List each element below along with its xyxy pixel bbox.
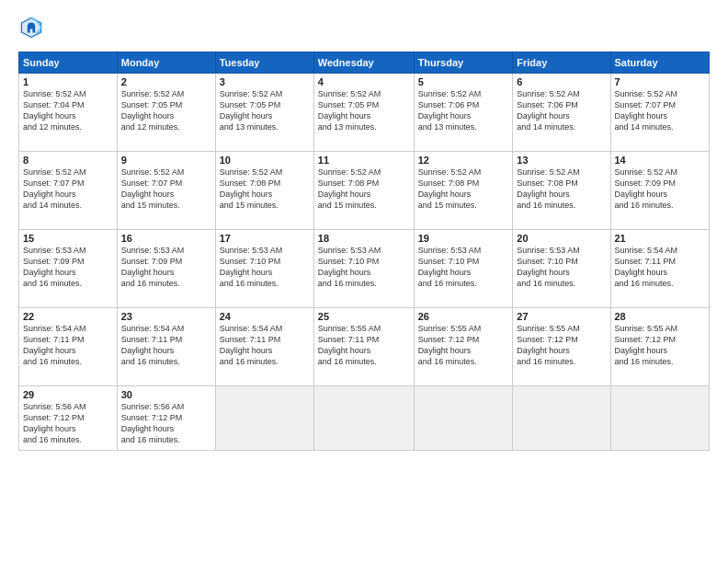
day-number: 26 <box>418 311 509 322</box>
day-number: 2 <box>121 76 211 87</box>
day-number: 6 <box>517 76 606 87</box>
calendar-cell: 5 Sunrise: 5:52 AM Sunset: 7:06 PM Dayli… <box>414 74 513 152</box>
day-number: 13 <box>517 155 606 166</box>
day-info: Sunrise: 5:52 AM Sunset: 7:07 PM Dayligh… <box>23 167 113 212</box>
day-number: 3 <box>220 76 310 87</box>
calendar-cell: 26 Sunrise: 5:55 AM Sunset: 7:12 PM Dayl… <box>414 308 513 386</box>
calendar-cell: 14 Sunrise: 5:52 AM Sunset: 7:09 PM Dayl… <box>610 152 710 230</box>
day-number: 21 <box>615 233 706 244</box>
day-info: Sunrise: 5:52 AM Sunset: 7:09 PM Dayligh… <box>615 167 706 212</box>
day-info: Sunrise: 5:52 AM Sunset: 7:04 PM Dayligh… <box>23 88 113 133</box>
day-number: 22 <box>23 311 113 322</box>
calendar-cell: 22 Sunrise: 5:54 AM Sunset: 7:11 PM Dayl… <box>19 308 118 386</box>
calendar-cell: 24 Sunrise: 5:54 AM Sunset: 7:11 PM Dayl… <box>215 308 313 386</box>
day-info: Sunrise: 5:52 AM Sunset: 7:07 PM Dayligh… <box>615 88 706 133</box>
calendar-cell: 23 Sunrise: 5:54 AM Sunset: 7:11 PM Dayl… <box>117 308 215 386</box>
calendar-cell: 25 Sunrise: 5:55 AM Sunset: 7:11 PM Dayl… <box>313 308 414 386</box>
weekday-header: Thursday <box>414 52 513 74</box>
day-number: 24 <box>220 311 310 322</box>
day-info: Sunrise: 5:52 AM Sunset: 7:07 PM Dayligh… <box>121 167 211 212</box>
day-number: 18 <box>318 233 410 244</box>
calendar-cell: 17 Sunrise: 5:53 AM Sunset: 7:10 PM Dayl… <box>215 230 313 308</box>
day-number: 27 <box>517 311 606 322</box>
day-info: Sunrise: 5:55 AM Sunset: 7:12 PM Dayligh… <box>418 323 509 368</box>
day-info: Sunrise: 5:55 AM Sunset: 7:11 PM Dayligh… <box>318 323 410 368</box>
logo <box>18 15 48 40</box>
weekday-header: Sunday <box>19 52 118 74</box>
day-number: 7 <box>615 76 706 87</box>
calendar-cell: 13 Sunrise: 5:52 AM Sunset: 7:08 PM Dayl… <box>513 152 610 230</box>
calendar-cell: 20 Sunrise: 5:53 AM Sunset: 7:10 PM Dayl… <box>513 230 610 308</box>
weekday-header: Tuesday <box>215 52 313 74</box>
calendar-cell: 1 Sunrise: 5:52 AM Sunset: 7:04 PM Dayli… <box>19 74 118 152</box>
day-number: 1 <box>23 76 113 87</box>
day-info: Sunrise: 5:53 AM Sunset: 7:09 PM Dayligh… <box>121 245 211 290</box>
day-info: Sunrise: 5:53 AM Sunset: 7:10 PM Dayligh… <box>220 245 310 290</box>
calendar-cell: 19 Sunrise: 5:53 AM Sunset: 7:10 PM Dayl… <box>414 230 513 308</box>
day-number: 15 <box>23 233 113 244</box>
calendar-cell: 18 Sunrise: 5:53 AM Sunset: 7:10 PM Dayl… <box>313 230 414 308</box>
weekday-header: Wednesday <box>313 52 414 74</box>
day-info: Sunrise: 5:53 AM Sunset: 7:10 PM Dayligh… <box>418 245 509 290</box>
day-number: 14 <box>615 155 706 166</box>
day-number: 19 <box>418 233 509 244</box>
day-info: Sunrise: 5:55 AM Sunset: 7:12 PM Dayligh… <box>517 323 606 368</box>
calendar-cell: 29 Sunrise: 5:56 AM Sunset: 7:12 PM Dayl… <box>19 386 118 451</box>
day-number: 4 <box>318 76 410 87</box>
day-number: 5 <box>418 76 509 87</box>
day-info: Sunrise: 5:54 AM Sunset: 7:11 PM Dayligh… <box>23 323 113 368</box>
day-number: 29 <box>23 389 113 400</box>
calendar-cell: 7 Sunrise: 5:52 AM Sunset: 7:07 PM Dayli… <box>610 74 710 152</box>
day-info: Sunrise: 5:53 AM Sunset: 7:10 PM Dayligh… <box>318 245 410 290</box>
calendar-cell <box>610 386 710 451</box>
calendar: SundayMondayTuesdayWednesdayThursdayFrid… <box>18 52 710 451</box>
calendar-cell: 12 Sunrise: 5:52 AM Sunset: 7:08 PM Dayl… <box>414 152 513 230</box>
day-number: 8 <box>23 155 113 166</box>
calendar-cell: 21 Sunrise: 5:54 AM Sunset: 7:11 PM Dayl… <box>610 230 710 308</box>
calendar-cell: 9 Sunrise: 5:52 AM Sunset: 7:07 PM Dayli… <box>117 152 215 230</box>
weekday-header: Saturday <box>610 52 710 74</box>
weekday-header: Friday <box>513 52 610 74</box>
day-info: Sunrise: 5:54 AM Sunset: 7:11 PM Dayligh… <box>615 245 706 290</box>
logo-icon <box>18 15 44 40</box>
day-info: Sunrise: 5:52 AM Sunset: 7:05 PM Dayligh… <box>220 88 310 133</box>
day-info: Sunrise: 5:52 AM Sunset: 7:08 PM Dayligh… <box>517 167 606 212</box>
day-info: Sunrise: 5:52 AM Sunset: 7:08 PM Dayligh… <box>418 167 509 212</box>
calendar-cell: 10 Sunrise: 5:52 AM Sunset: 7:08 PM Dayl… <box>215 152 313 230</box>
day-info: Sunrise: 5:55 AM Sunset: 7:12 PM Dayligh… <box>615 323 706 368</box>
day-info: Sunrise: 5:56 AM Sunset: 7:12 PM Dayligh… <box>23 401 113 446</box>
day-number: 9 <box>121 155 211 166</box>
day-number: 30 <box>121 389 211 400</box>
calendar-cell <box>215 386 313 451</box>
day-info: Sunrise: 5:56 AM Sunset: 7:12 PM Dayligh… <box>121 401 211 446</box>
day-info: Sunrise: 5:52 AM Sunset: 7:06 PM Dayligh… <box>418 88 509 133</box>
calendar-cell: 2 Sunrise: 5:52 AM Sunset: 7:05 PM Dayli… <box>117 74 215 152</box>
calendar-cell: 27 Sunrise: 5:55 AM Sunset: 7:12 PM Dayl… <box>513 308 610 386</box>
calendar-cell: 6 Sunrise: 5:52 AM Sunset: 7:06 PM Dayli… <box>513 74 610 152</box>
day-info: Sunrise: 5:52 AM Sunset: 7:08 PM Dayligh… <box>318 167 410 212</box>
day-number: 23 <box>121 311 211 322</box>
day-info: Sunrise: 5:54 AM Sunset: 7:11 PM Dayligh… <box>121 323 211 368</box>
day-info: Sunrise: 5:53 AM Sunset: 7:09 PM Dayligh… <box>23 245 113 290</box>
calendar-cell: 30 Sunrise: 5:56 AM Sunset: 7:12 PM Dayl… <box>117 386 215 451</box>
day-number: 20 <box>517 233 606 244</box>
calendar-cell: 4 Sunrise: 5:52 AM Sunset: 7:05 PM Dayli… <box>313 74 414 152</box>
calendar-cell <box>513 386 610 451</box>
day-info: Sunrise: 5:52 AM Sunset: 7:08 PM Dayligh… <box>220 167 310 212</box>
day-info: Sunrise: 5:52 AM Sunset: 7:05 PM Dayligh… <box>318 88 410 133</box>
calendar-cell: 28 Sunrise: 5:55 AM Sunset: 7:12 PM Dayl… <box>610 308 710 386</box>
day-info: Sunrise: 5:52 AM Sunset: 7:06 PM Dayligh… <box>517 88 606 133</box>
page: SundayMondayTuesdayWednesdayThursdayFrid… <box>0 0 728 563</box>
calendar-cell <box>414 386 513 451</box>
weekday-header: Monday <box>117 52 215 74</box>
day-number: 28 <box>615 311 706 322</box>
day-number: 12 <box>418 155 509 166</box>
day-number: 11 <box>318 155 410 166</box>
day-number: 17 <box>220 233 310 244</box>
day-info: Sunrise: 5:52 AM Sunset: 7:05 PM Dayligh… <box>121 88 211 133</box>
calendar-cell: 11 Sunrise: 5:52 AM Sunset: 7:08 PM Dayl… <box>313 152 414 230</box>
calendar-cell: 16 Sunrise: 5:53 AM Sunset: 7:09 PM Dayl… <box>117 230 215 308</box>
day-number: 16 <box>121 233 211 244</box>
calendar-cell: 15 Sunrise: 5:53 AM Sunset: 7:09 PM Dayl… <box>19 230 118 308</box>
day-number: 25 <box>318 311 410 322</box>
